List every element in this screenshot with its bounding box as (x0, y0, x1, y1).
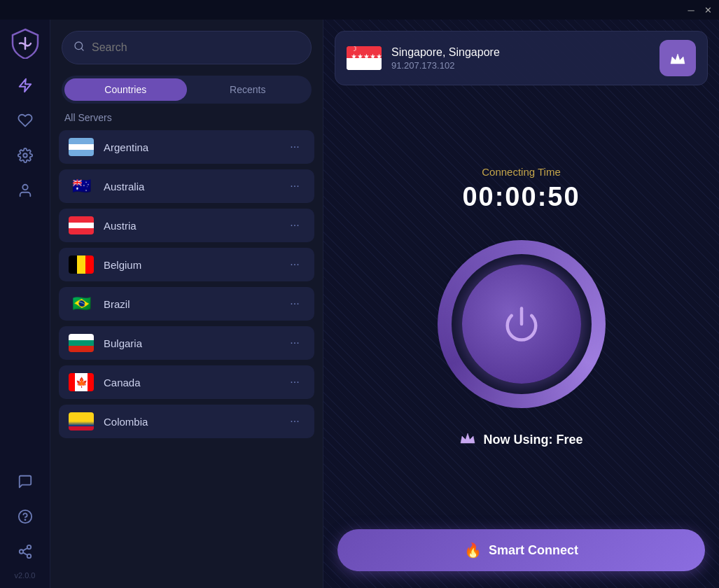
vpn-center: Connecting Time 00:00:50 N (323, 85, 719, 529)
sidebar-item-help[interactable] (10, 501, 41, 532)
country-name: Belgium (104, 259, 285, 271)
country-panel: Countries Recents All Servers Argentina … (50, 20, 323, 588)
fire-icon: 🔥 (464, 542, 482, 559)
minimize-button[interactable]: ─ (685, 4, 697, 15)
search-bar[interactable] (62, 31, 312, 64)
country-name: Argentina (104, 141, 285, 153)
app-body: v2.0.0 Countries Recents All Servers Arg… (0, 20, 719, 588)
search-input[interactable] (92, 41, 300, 54)
more-button[interactable]: ··· (285, 255, 305, 274)
smart-connect-label: Smart Connect (489, 543, 578, 558)
section-title: All Servers (50, 112, 323, 130)
close-button[interactable]: ✕ (702, 4, 713, 15)
now-using-label: Now Using: Free (483, 433, 582, 447)
list-item[interactable]: Colombia ··· (59, 405, 314, 438)
sidebar-item-chat[interactable] (10, 466, 41, 497)
server-name: Singapore, Singapore (391, 46, 659, 59)
now-using: Now Using: Free (459, 430, 582, 449)
list-item[interactable]: 🍁 Canada ··· (59, 365, 314, 399)
more-button[interactable]: ··· (285, 176, 305, 196)
list-item[interactable]: 🇦🇺 Australia ··· (59, 169, 314, 203)
tabs: Countries Recents (62, 76, 312, 104)
brazil-flag: 🇧🇷 (69, 295, 94, 313)
server-details: Singapore, Singapore 91.207.173.102 (391, 46, 659, 71)
more-button[interactable]: ··· (285, 372, 305, 392)
country-name: Bulgaria (104, 337, 285, 349)
premium-button[interactable] (659, 40, 696, 76)
more-button[interactable]: ··· (285, 333, 305, 353)
svg-point-1 (23, 153, 27, 158)
svg-point-2 (22, 185, 27, 190)
svg-line-8 (22, 552, 27, 555)
list-item[interactable]: Belgium ··· (59, 248, 314, 281)
sidebar-item-quickconnect[interactable] (10, 70, 41, 101)
power-ring[interactable] (438, 240, 606, 408)
sidebar: v2.0.0 (0, 20, 50, 588)
colombia-flag (69, 412, 94, 430)
country-list: Argentina ··· 🇦🇺 Australia ··· Austria ·… (50, 130, 323, 588)
argentina-flag (69, 138, 94, 156)
country-name: Colombia (104, 416, 285, 428)
country-name: Austria (104, 220, 285, 232)
svg-line-9 (22, 548, 27, 551)
server-flag: ☽ ★★★★★ (347, 46, 382, 70)
canada-flag: 🍁 (69, 373, 94, 391)
server-info: ☽ ★★★★★ Singapore, Singapore 91.207.173.… (335, 31, 708, 85)
austria-flag (69, 216, 94, 234)
list-item[interactable]: Austria ··· (59, 209, 314, 242)
app-version: v2.0.0 (15, 571, 36, 580)
power-button[interactable] (462, 265, 581, 384)
country-name: Australia (104, 181, 285, 192)
server-ip: 91.207.173.102 (391, 60, 659, 71)
sidebar-item-settings[interactable] (10, 140, 41, 171)
svg-line-11 (81, 48, 83, 50)
search-icon (74, 41, 85, 55)
more-button[interactable]: ··· (285, 294, 305, 314)
sidebar-item-favorites[interactable] (10, 105, 41, 136)
bulgaria-flag (69, 334, 94, 352)
sidebar-item-account[interactable] (10, 175, 41, 206)
smart-connect-button[interactable]: 🔥 Smart Connect (337, 529, 705, 571)
connecting-time-value: 00:00:50 (462, 182, 580, 212)
more-button[interactable]: ··· (285, 412, 305, 431)
crown-icon (459, 430, 476, 449)
list-item[interactable]: 🇧🇷 Brazil ··· (59, 287, 314, 321)
list-item[interactable]: Bulgaria ··· (59, 326, 314, 360)
connecting-time-label: Connecting Time (482, 166, 561, 178)
belgium-flag (69, 255, 94, 274)
titlebar: ─ ✕ (0, 0, 719, 20)
sidebar-item-share[interactable] (10, 536, 41, 567)
country-name: Canada (104, 377, 285, 388)
country-name: Brazil (104, 298, 285, 310)
app-logo (10, 28, 41, 59)
more-button[interactable]: ··· (285, 216, 305, 235)
tab-countries[interactable]: Countries (64, 78, 187, 101)
more-button[interactable]: ··· (285, 137, 305, 157)
vpn-panel: ☽ ★★★★★ Singapore, Singapore 91.207.173.… (323, 20, 719, 588)
australia-flag: 🇦🇺 (69, 177, 94, 195)
svg-marker-0 (19, 79, 31, 92)
tab-recents[interactable]: Recents (187, 78, 309, 101)
list-item[interactable]: Argentina ··· (59, 130, 314, 164)
